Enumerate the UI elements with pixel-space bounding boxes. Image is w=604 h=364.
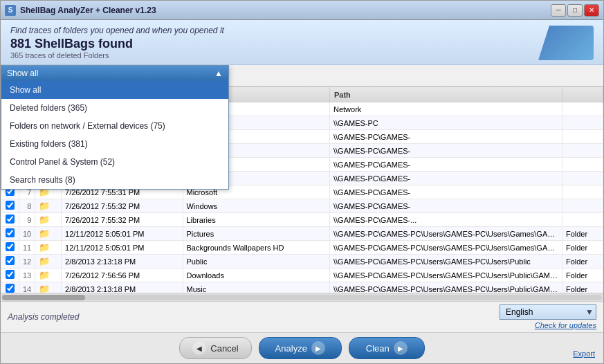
row-type <box>562 213 603 227</box>
dropdown-item-network[interactable]: Folders on network / External devices (7… <box>1 117 228 135</box>
row-checkbox[interactable] <box>6 256 15 265</box>
row-num: 11 <box>19 241 35 255</box>
row-visited: 7/26/2012 7:56:56 PM <box>62 269 183 282</box>
row-num: 9 <box>19 213 35 227</box>
language-select-wrapper: English Deutsch Français Español ▼ <box>500 304 596 320</box>
check-updates-link[interactable]: Check for updates <box>535 321 596 329</box>
row-checkbox-cell[interactable] <box>1 241 19 255</box>
row-checkbox-cell[interactable] <box>1 282 19 293</box>
row-icon-cell: 📁 <box>35 269 62 282</box>
row-path: \\GAMES-PC\GAMES- <box>330 130 562 144</box>
col-path[interactable]: Path <box>330 87 562 102</box>
row-type: Folder <box>562 255 603 269</box>
row-type <box>562 102 603 116</box>
row-path: \\GAMES-PC\GAMES-PC\Users\GAMES-PC\Users… <box>330 269 562 282</box>
cancel-button[interactable]: ◀ Cancel <box>179 337 251 359</box>
cancel-label: Cancel <box>210 343 238 354</box>
row-path: \\GAMES-PC\GAMES- <box>330 172 562 185</box>
export-link[interactable]: Export <box>573 349 595 358</box>
row-type <box>562 158 603 172</box>
dropdown-arrow-icon: ▲ <box>214 69 223 78</box>
minimize-button[interactable]: ─ <box>551 4 566 17</box>
dropdown-item-deleted[interactable]: Deleted folders (365) <box>1 99 228 117</box>
row-folder: Pictures <box>183 227 330 241</box>
row-path: \\GAMES-PC\GAMES-PC\Users\GAMES-PC\Users… <box>330 255 562 269</box>
row-checkbox[interactable] <box>6 228 15 237</box>
row-visited: 12/11/2012 5:05:01 PM <box>62 241 183 255</box>
title-buttons: ─ □ ✕ <box>551 4 599 17</box>
row-visited: 2/8/2013 2:13:18 PM <box>62 282 183 293</box>
row-folder: Libraries <box>183 213 330 227</box>
row-type <box>562 172 603 185</box>
row-num: 8 <box>19 199 35 213</box>
row-checkbox-cell[interactable] <box>1 227 19 241</box>
row-checkbox-cell[interactable] <box>1 269 19 282</box>
cancel-arrow-left-icon: ◀ <box>192 341 206 355</box>
row-type <box>562 116 603 130</box>
row-checkbox[interactable] <box>6 201 15 210</box>
row-checkbox-cell[interactable] <box>1 255 19 269</box>
bottom-bar: ◀ Cancel Analyze ▶ Clean ▶ Export <box>1 332 603 363</box>
dropdown-item-existing[interactable]: Existing folders (381) <box>1 135 228 153</box>
maximize-button[interactable]: □ <box>567 4 583 17</box>
language-select[interactable]: English Deutsch Français Español <box>500 304 596 320</box>
dropdown-item-control[interactable]: Control Panel & System (52) <box>1 153 228 171</box>
filter-dropdown[interactable]: Show all ▲ Show all Deleted folders (365… <box>1 65 229 190</box>
status-text: Analysis completed <box>8 312 79 322</box>
app-icon: S <box>5 5 16 16</box>
status-right: English Deutsch Français Español ▼ Check… <box>500 304 596 329</box>
header-area: Find traces of folders you opened and wh… <box>1 20 603 65</box>
table-row: 10 📁 12/11/2012 5:05:01 PM Pictures \\GA… <box>1 227 603 241</box>
row-checkbox[interactable] <box>6 215 15 224</box>
header-graphic <box>538 26 594 60</box>
table-row: 9 📁 7/26/2012 7:55:32 PM Libraries \\GAM… <box>1 213 603 227</box>
clean-label: Clean <box>366 343 390 354</box>
row-num: 12 <box>19 255 35 269</box>
close-button[interactable]: ✕ <box>584 4 599 17</box>
table-row: 14 📁 2/8/2013 2:13:18 PM Music \\GAMES-P… <box>1 282 603 293</box>
row-num: 10 <box>19 227 35 241</box>
col-type[interactable] <box>562 87 603 102</box>
table-row: 12 📁 2/8/2013 2:13:18 PM Public \\GAMES-… <box>1 255 603 269</box>
row-visited: 2/8/2013 2:13:18 PM <box>62 255 183 269</box>
row-path: \\GAMES-PC\GAMES-PC\Users\GAMES-PC\Users… <box>330 227 562 241</box>
row-num: 14 <box>19 282 35 293</box>
row-path: \\GAMES-PC\GAMES- <box>330 158 562 172</box>
clean-arrow-right-icon: ▶ <box>394 341 408 355</box>
row-path: \\GAMES-PC\GAMES-... <box>330 213 562 227</box>
row-folder: Public <box>183 255 330 269</box>
row-icon-cell: 📁 <box>35 255 62 269</box>
row-path: \\GAMES-PC <box>330 116 562 130</box>
row-type <box>562 130 603 144</box>
row-folder: Windows <box>183 199 330 213</box>
row-path: \\GAMES-PC\GAMES-PC\Users\GAMES-PC\Users… <box>330 282 562 293</box>
dropdown-header: Show all ▲ <box>1 66 228 81</box>
analyze-button[interactable]: Analyze ▶ <box>259 337 342 359</box>
row-path: \\GAMES-PC\GAMES- <box>330 185 562 199</box>
scrollbar-thumb[interactable] <box>2 295 85 300</box>
window-title: ShellBag AnalyZer + Cleaner v1.23 <box>20 6 551 15</box>
dropdown-item-search[interactable]: Search results (8) <box>1 171 228 189</box>
row-type: Folder <box>562 282 603 293</box>
row-type: Folder <box>562 227 603 241</box>
row-checkbox[interactable] <box>6 270 15 279</box>
header-count: 881 ShellBags found <box>10 37 224 51</box>
row-type <box>562 144 603 158</box>
row-type: Folder <box>562 269 603 282</box>
row-type <box>562 199 603 213</box>
header-sub: 365 traces of deleted Folders <box>10 51 224 60</box>
row-path: \\GAMES-PC\GAMES- <box>330 199 562 213</box>
row-visited: 7/26/2012 7:55:32 PM <box>62 213 183 227</box>
row-num: 13 <box>19 269 35 282</box>
row-checkbox[interactable] <box>6 242 15 251</box>
clean-button[interactable]: Clean ▶ <box>349 337 425 359</box>
row-path: \\GAMES-PC\GAMES-PC\Users\GAMES-PC\Users… <box>330 241 562 255</box>
horizontal-scrollbar[interactable] <box>1 293 603 301</box>
header-left: Find traces of folders you opened and wh… <box>10 26 224 60</box>
row-checkbox-cell[interactable] <box>1 199 19 213</box>
dropdown-item-show-all[interactable]: Show all <box>1 81 228 99</box>
row-checkbox-cell[interactable] <box>1 213 19 227</box>
row-icon-cell: 📁 <box>35 199 62 213</box>
row-checkbox[interactable] <box>6 284 15 293</box>
row-icon-cell: 📁 <box>35 213 62 227</box>
